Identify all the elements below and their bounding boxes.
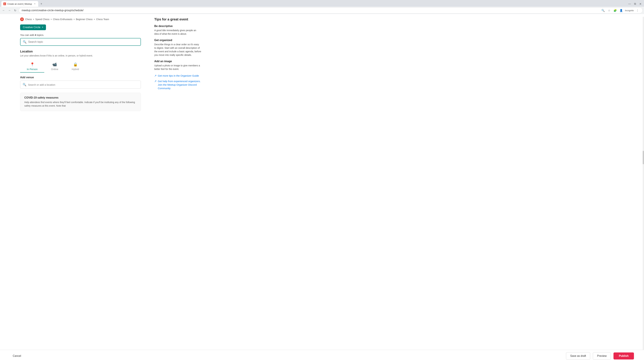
separator-1: • <box>33 18 34 21</box>
tab-close-button[interactable]: × <box>33 2 36 5</box>
tag-chess-team: Chess Team <box>96 18 109 21</box>
tip-body-descriptive: A good title immediately gives people an… <box>154 29 201 36</box>
search-icon-btn[interactable]: 🔍 <box>601 8 606 13</box>
minimize-button[interactable]: — <box>627 1 632 6</box>
tip-body-organized: Describe things in a clear order so it's… <box>154 43 201 57</box>
location-section-subtitle: Let your attendees know if this is an on… <box>20 54 141 57</box>
scrollbar[interactable] <box>643 17 644 351</box>
back-button[interactable]: ← <box>1 8 6 13</box>
address-bar[interactable]: meetup.com/creative-circle-meetup-group/… <box>19 7 643 13</box>
online-icon: 📹 <box>52 62 57 67</box>
separator-2: • <box>51 18 52 21</box>
venue-search-input[interactable] <box>28 83 138 86</box>
hybrid-icon: 🔒 <box>73 62 78 67</box>
tab-online[interactable]: 📹 Online <box>44 60 65 72</box>
close-window-button[interactable]: ✕ <box>638 1 643 6</box>
tip-heading-organized: Get organized <box>154 39 201 42</box>
tip-be-descriptive: Be descriptive A good title immediately … <box>154 25 201 36</box>
group-badge-close-button[interactable]: × <box>42 26 43 29</box>
covid-text: Help attendees find events where they'll… <box>24 100 137 108</box>
main-area: ✕ Chess • Speed Chess • Chess Enthusiast… <box>0 14 151 351</box>
new-tab-button[interactable]: + <box>39 1 44 6</box>
menu-icon-btn[interactable]: ⋮ <box>635 8 640 13</box>
tag-beginner-chess: Beginner Chess <box>76 18 92 21</box>
in-person-icon: 📍 <box>30 62 34 67</box>
scroll-thumb[interactable] <box>643 151 644 164</box>
venue-search-container[interactable]: 🔍 <box>20 81 141 89</box>
tips-title: Tips for a great event <box>154 17 201 21</box>
tip-heading-descriptive: Be descriptive <box>154 25 201 28</box>
address-bar-row: ← → ↻ meetup.com/creative-circle-meetup-… <box>0 7 644 14</box>
in-person-label: In Person <box>27 68 38 70</box>
covid-title: COVID-19 safety measures <box>24 96 137 99</box>
tip-get-organized: Get organized Describe things in a clear… <box>154 39 201 57</box>
hybrid-label: Hybrid <box>72 68 79 70</box>
active-tab[interactable]: m Create an event | Meetup × <box>1 1 38 7</box>
address-text: meetup.com/creative-circle-meetup-group/… <box>22 9 84 12</box>
browser-nav-controls: ← → ↻ <box>1 8 18 13</box>
tab-in-person[interactable]: 📍 In Person <box>20 60 44 72</box>
location-section-title: Location <box>20 50 141 53</box>
group-badge: Creative Circle × <box>20 24 46 30</box>
discord-community-icon: ↗ <box>154 80 156 83</box>
organizer-guide-icon: ↗ <box>154 74 156 77</box>
tab-title: Create an event | Meetup <box>8 3 32 5</box>
reload-button[interactable]: ↻ <box>13 8 18 13</box>
separator-3: • <box>74 18 75 21</box>
discord-community-link[interactable]: ↗ Get help from experienced organizers. … <box>154 79 201 90</box>
add-venue-label: Add venue <box>20 76 141 79</box>
tag-chess: Chess <box>25 18 32 21</box>
search-topic-container[interactable]: 🔍 <box>20 38 141 46</box>
tip-heading-image: Add an image <box>154 60 201 63</box>
error-icon: ✕ <box>20 17 24 21</box>
tab-favicon: m <box>3 2 6 5</box>
extensions-icon-btn[interactable]: 🧩 <box>613 8 618 13</box>
profile-icon-btn[interactable]: 👤 <box>619 8 624 13</box>
address-icons: 🔍 ☆ 🧩 👤 Incognito ⋮ <box>601 8 640 13</box>
forward-button[interactable]: → <box>7 8 12 13</box>
window-controls: — ⧉ ✕ <box>627 1 643 6</box>
group-badge-label: Creative Circle <box>23 26 40 29</box>
location-tabs: 📍 In Person 📹 Online 🔒 Hybrid <box>20 60 141 72</box>
tab-hybrid[interactable]: 🔒 Hybrid <box>65 60 86 72</box>
venue-search-icon: 🔍 <box>23 83 26 86</box>
tag-speed-chess: Speed Chess <box>36 18 50 21</box>
organizer-guide-link[interactable]: ↗ Get more tips in the Organizer Guide <box>154 74 201 77</box>
tab-bar: m Create an event | Meetup × + — ⧉ ✕ <box>0 0 644 7</box>
star-icon-btn[interactable]: ☆ <box>607 8 612 13</box>
add-topics-text: You can add 4 topics. <box>20 33 141 36</box>
bottom-bar: Cancel Save as draft Preview Publish <box>0 350 644 351</box>
covid-section: COVID-19 safety measures Help attendees … <box>20 93 141 111</box>
incognito-label: Incognito <box>625 9 634 12</box>
tags-row: ✕ Chess • Speed Chess • Chess Enthusiast… <box>20 17 141 21</box>
tip-add-image: Add an image Upload a photo or image to … <box>154 60 201 71</box>
online-label: Online <box>51 68 58 70</box>
organizer-guide-text: Get more tips in the Organizer Guide <box>158 74 199 77</box>
separator-4: • <box>94 18 95 21</box>
maximize-button[interactable]: ⧉ <box>632 1 637 6</box>
discord-community-text: Get help from experienced organizers. Jo… <box>158 79 201 90</box>
search-topic-input[interactable] <box>28 40 138 43</box>
search-topic-icon: 🔍 <box>23 40 26 44</box>
tip-body-image: Upload a photo or image to give members … <box>154 64 201 71</box>
tips-sidebar: Tips for a great event Be descriptive A … <box>151 14 208 351</box>
page-content: ✕ Chess • Speed Chess • Chess Enthusiast… <box>0 14 644 351</box>
tag-chess-enthusiasts: Chess Enthusiasts <box>53 18 72 21</box>
